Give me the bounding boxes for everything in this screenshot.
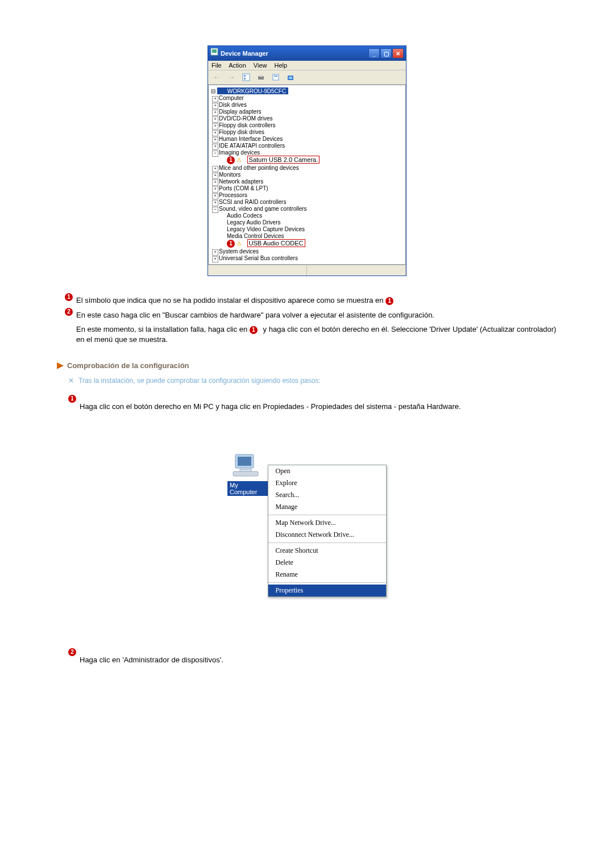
svg-rect-6 bbox=[259, 74, 263, 77]
device-manager-window: Device Manager _ ▢ ✕ File Action View He… bbox=[208, 45, 406, 276]
callout-1-icon: 1 bbox=[227, 156, 235, 164]
menu-action[interactable]: Action bbox=[229, 62, 246, 69]
collapse-icon[interactable]: − bbox=[212, 151, 218, 157]
svg-rect-4 bbox=[244, 78, 246, 80]
star-icon: ✕ bbox=[68, 377, 74, 385]
tree-item[interactable]: Display adapters bbox=[219, 108, 261, 115]
bullet-1-icon: 1 bbox=[65, 293, 73, 301]
tree-item[interactable]: Sound, video and game controllers bbox=[219, 206, 307, 212]
expand-icon[interactable]: + bbox=[212, 186, 218, 193]
tree-item[interactable]: Ports (COM & LPT) bbox=[219, 185, 268, 191]
tree-item[interactable]: IDE ATA/ATAPI controllers bbox=[219, 143, 285, 149]
tree-item[interactable]: SCSI and RAID controllers bbox=[219, 199, 286, 205]
menu-view[interactable]: View bbox=[254, 62, 267, 69]
menu-file[interactable]: File bbox=[211, 62, 222, 69]
highlight-usb-audio[interactable]: USB Audio CODEC bbox=[247, 239, 305, 247]
expand-icon[interactable]: + bbox=[212, 103, 218, 109]
expand-icon[interactable]: + bbox=[212, 96, 218, 102]
menu-item-delete[interactable]: Delete bbox=[268, 557, 386, 569]
expand-icon[interactable]: + bbox=[212, 173, 218, 179]
menu-bar: File Action View Help bbox=[208, 61, 406, 70]
expand-icon[interactable]: + bbox=[212, 249, 218, 256]
menu-item-search[interactable]: Search... bbox=[268, 489, 386, 501]
toolbar-print-icon[interactable] bbox=[256, 72, 266, 82]
nav-forward-icon[interactable]: → bbox=[226, 72, 237, 82]
tree-item[interactable]: Audio Codecs bbox=[227, 212, 262, 219]
minimize-button[interactable]: _ bbox=[368, 48, 380, 59]
tree-item[interactable]: DVD/CD-ROM drives bbox=[219, 115, 272, 122]
section-note: Tras la instalación, se puede comprobar … bbox=[78, 377, 321, 385]
tree-item[interactable]: Human Interface Devices bbox=[219, 136, 283, 142]
svg-rect-12 bbox=[238, 457, 251, 466]
menu-item-explore[interactable]: Explore bbox=[268, 477, 386, 489]
step-2-text: Haga clic en 'Administrador de dispositi… bbox=[80, 656, 557, 664]
step-1-text: Haga clic con el botón derecho en Mi PC … bbox=[80, 402, 557, 411]
tree-item[interactable]: Processors bbox=[219, 192, 247, 198]
tree-item[interactable]: Universal Serial Bus controllers bbox=[219, 255, 298, 261]
expand-icon[interactable]: + bbox=[212, 110, 218, 116]
my-computer-label[interactable]: My Computer bbox=[227, 481, 268, 496]
section-arrow-icon bbox=[57, 362, 64, 369]
expand-icon[interactable]: + bbox=[212, 123, 218, 130]
tree-item[interactable]: System devices bbox=[219, 248, 259, 254]
collapse-icon[interactable]: − bbox=[212, 207, 218, 213]
menu-item-manage[interactable]: Manage bbox=[268, 501, 386, 513]
warning-icon: ⚠ bbox=[237, 157, 244, 164]
close-button[interactable]: ✕ bbox=[392, 48, 404, 59]
my-computer-icon bbox=[232, 452, 259, 477]
toolbar-properties-icon[interactable] bbox=[271, 72, 281, 82]
maximize-button[interactable]: ▢ bbox=[380, 48, 392, 59]
instruction-2: En este caso haga clic en "Buscar cambio… bbox=[76, 310, 557, 320]
tree-root[interactable]: WORKGROU-9D5CFC bbox=[217, 87, 288, 94]
menu-item-rename[interactable]: Rename bbox=[268, 569, 386, 581]
expand-icon[interactable]: + bbox=[212, 256, 218, 262]
expand-icon[interactable]: + bbox=[212, 180, 218, 186]
bullet-2-icon: 2 bbox=[68, 648, 76, 656]
menu-item-properties[interactable]: Properties bbox=[268, 585, 386, 596]
my-computer-icon-block: My Computer bbox=[227, 452, 268, 597]
tree-item[interactable]: Floppy disk controllers bbox=[219, 122, 275, 128]
svg-rect-7 bbox=[273, 74, 279, 80]
menu-separator bbox=[268, 542, 386, 543]
section-title: Comprobación de la configuración bbox=[67, 361, 189, 370]
expand-icon[interactable]: + bbox=[212, 137, 218, 143]
callout-1-icon: 1 bbox=[227, 240, 235, 248]
instruction-1-text: El símbolo que indica que no se ha podid… bbox=[76, 296, 385, 304]
tree-item[interactable]: Mice and other pointing devices bbox=[219, 165, 299, 171]
expand-icon[interactable]: + bbox=[212, 116, 218, 123]
menu-item-shortcut[interactable]: Create Shortcut bbox=[268, 545, 386, 557]
bullet-2-icon: 2 bbox=[65, 308, 73, 316]
tree-item[interactable]: Legacy Audio Drivers bbox=[227, 219, 281, 226]
svg-rect-14 bbox=[233, 471, 258, 476]
expand-icon[interactable]: + bbox=[212, 144, 218, 150]
window-titlebar: Device Manager _ ▢ ✕ bbox=[208, 46, 406, 61]
menu-help[interactable]: Help bbox=[275, 62, 288, 69]
tree-item[interactable]: Floppy disk drives bbox=[219, 129, 264, 135]
menu-separator bbox=[268, 515, 386, 515]
tree-item[interactable]: Disk drives bbox=[219, 102, 247, 108]
tree-item[interactable]: Computer bbox=[219, 95, 244, 101]
tree-item[interactable]: Legacy Video Capture Devices bbox=[227, 226, 305, 232]
expand-icon[interactable]: + bbox=[212, 130, 218, 136]
menu-separator bbox=[268, 582, 386, 583]
menu-item-map-drive[interactable]: Map Network Drive... bbox=[268, 517, 386, 529]
expand-icon[interactable]: + bbox=[212, 166, 218, 172]
toolbar-tree-icon[interactable] bbox=[241, 72, 251, 82]
tree-item[interactable]: Monitors bbox=[219, 172, 240, 178]
nav-back-icon[interactable]: ← bbox=[211, 72, 222, 82]
instruction-2-detail: En este momento, si la installation fall… bbox=[76, 324, 557, 344]
window-controls: _ ▢ ✕ bbox=[368, 48, 404, 59]
tree-item[interactable]: Media Control Devices bbox=[227, 233, 284, 239]
instruction-block: 1 El símbolo que indica que no se ha pod… bbox=[65, 293, 557, 347]
highlight-saturn-camera[interactable]: Saturn USB 2.0 Camera. bbox=[247, 156, 320, 164]
menu-item-open[interactable]: Open bbox=[268, 465, 386, 477]
toolbar-scan-icon[interactable] bbox=[285, 72, 296, 82]
expand-icon[interactable]: + bbox=[212, 200, 218, 206]
tree-item[interactable]: Network adapters bbox=[219, 178, 263, 185]
expand-icon[interactable]: + bbox=[212, 193, 218, 199]
context-menu: Open Explore Search... Manage Map Networ… bbox=[268, 465, 387, 597]
warning-icon: ⚠ bbox=[237, 240, 244, 247]
menu-item-disconnect-drive[interactable]: Disconnect Network Drive... bbox=[268, 529, 386, 541]
tree-item[interactable]: Imaging devices bbox=[219, 149, 260, 156]
device-tree: ⊟ WORKGROU-9D5CFC +Computer +Disk drives… bbox=[208, 85, 406, 265]
